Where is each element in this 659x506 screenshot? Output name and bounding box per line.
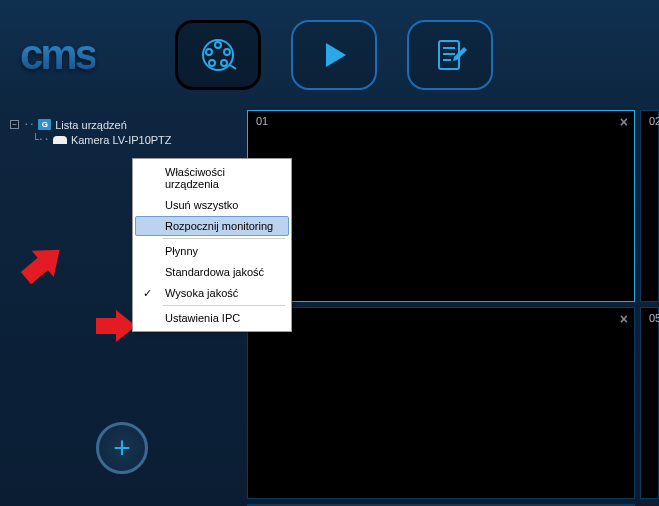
ctx-separator (163, 238, 285, 239)
ctx-separator (163, 305, 285, 306)
svg-point-2 (224, 49, 230, 55)
ctx-item-label: Właściwości urządzenia (165, 166, 225, 190)
ctx-item-label: Standardowa jakość (165, 266, 264, 278)
tree-collapse-toggle[interactable]: − (10, 120, 19, 129)
ctx-item-ipc-settings[interactable]: Ustawienia IPC (135, 308, 289, 328)
app-logo: cms (20, 31, 95, 79)
video-cell-01[interactable]: 01 × (247, 110, 635, 302)
svg-point-1 (215, 42, 221, 48)
play-tab-button[interactable] (291, 20, 377, 90)
camera-icon (53, 136, 67, 144)
ctx-item-label: Wysoka jakość (165, 287, 238, 299)
svg-marker-6 (326, 43, 346, 67)
ctx-item-properties[interactable]: Właściwości urządzenia (135, 162, 289, 194)
top-toolbar: cms (0, 0, 659, 110)
cell-title: 02 (649, 115, 659, 127)
cell-title: 01 (256, 115, 268, 127)
ctx-item-label: Usuń wszystko (165, 199, 238, 211)
cell-title: 05 (649, 312, 659, 324)
film-reel-icon (198, 35, 238, 75)
group-icon: G (38, 119, 51, 130)
video-cell-05[interactable]: 05 (640, 307, 659, 499)
context-menu: Właściwości urządzenia Usuń wszystko Roz… (132, 158, 292, 332)
main-area: − ·· G Lista urządzeń └·· Kamera LV-IP10… (0, 110, 659, 506)
ctx-item-label: Płynny (165, 245, 198, 257)
tree-root-row[interactable]: − ·· G Lista urządzeń (10, 118, 243, 131)
tree-child-row[interactable]: └·· Kamera LV-IP10PTZ (32, 133, 243, 146)
tree-connector: ·· (23, 118, 34, 131)
tree-connector: └·· (32, 133, 49, 146)
ctx-item-standard-quality[interactable]: Standardowa jakość (135, 262, 289, 282)
tree-child-label: Kamera LV-IP10PTZ (71, 134, 172, 146)
cell-close-button[interactable]: × (620, 311, 628, 327)
edit-tab-button[interactable] (407, 20, 493, 90)
video-cell-04[interactable]: 04 × (247, 307, 635, 499)
play-icon (314, 35, 354, 75)
document-edit-icon (430, 35, 470, 75)
ctx-item-high-quality[interactable]: ✓ Wysoka jakość (135, 283, 289, 303)
ctx-item-start-monitoring[interactable]: Rozpocznij monitoring (135, 216, 289, 236)
svg-point-3 (221, 60, 227, 66)
tree-root-label: Lista urządzeń (55, 119, 127, 131)
ctx-item-remove-all[interactable]: Usuń wszystko (135, 195, 289, 215)
video-grid: 01 × 02 04 × 05 (247, 110, 659, 506)
check-icon: ✓ (143, 287, 152, 300)
ctx-item-smooth[interactable]: Płynny (135, 241, 289, 261)
ctx-item-label: Rozpocznij monitoring (165, 220, 273, 232)
cell-close-button[interactable]: × (620, 114, 628, 130)
ctx-item-label: Ustawienia IPC (165, 312, 240, 324)
add-device-button[interactable]: + (96, 422, 148, 474)
plus-icon: + (113, 431, 131, 465)
video-cell-02[interactable]: 02 (640, 110, 659, 302)
svg-point-5 (206, 49, 212, 55)
record-tab-button[interactable] (175, 20, 261, 90)
svg-point-4 (209, 60, 215, 66)
